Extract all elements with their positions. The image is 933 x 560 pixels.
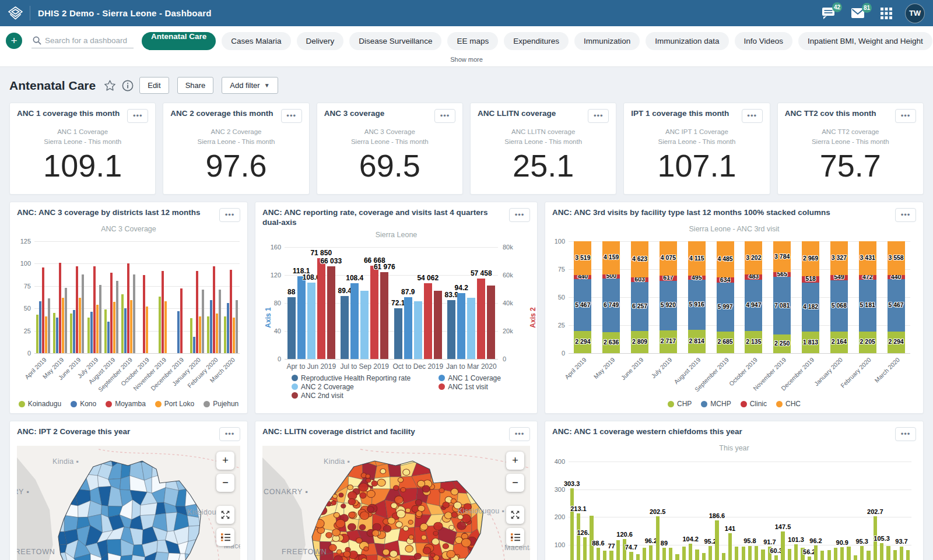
legend-item[interactable]: Pujehun	[204, 400, 238, 408]
legend-item[interactable]: Moyamba	[106, 400, 146, 408]
y-tick-label: 75	[11, 283, 31, 290]
more-options-button[interactable]: •••	[742, 109, 763, 123]
more-options-button[interactable]: •••	[588, 109, 609, 123]
legend-item[interactable]: ANC 1 Coverage	[439, 374, 501, 382]
more-options-button[interactable]: •••	[219, 208, 240, 222]
dashboard-chip[interactable]: Cases Malaria	[222, 32, 290, 50]
subtitle-line-1: ANC TT2 coverage	[778, 127, 923, 137]
segment-value-label: 4 115	[689, 255, 704, 262]
bar	[477, 279, 485, 359]
segment-value-label: 2 636	[604, 339, 619, 346]
map-canvas[interactable]	[17, 446, 240, 560]
map-legend-button[interactable]	[216, 528, 234, 546]
legend-item[interactable]: Koinadugu	[19, 400, 61, 408]
more-options-button[interactable]: •••	[509, 427, 530, 441]
segment-value-label: 2 294	[888, 338, 903, 345]
card-title: ANC 3 coverage	[324, 109, 390, 119]
card-header: ANC TT2 cov this month•••	[778, 103, 923, 123]
y-tick-label: 100	[11, 260, 31, 267]
legend-dot	[701, 401, 707, 407]
zoom-out-button[interactable]: −	[506, 474, 524, 492]
y-tick-label: 40	[261, 327, 281, 334]
more-options-button[interactable]: •••	[895, 427, 916, 441]
legend-item[interactable]: ANC 2 Coverage	[292, 383, 411, 391]
dashboard-chip[interactable]: Delivery	[297, 32, 344, 50]
bar	[669, 548, 672, 560]
bar-value-label: 105.3	[874, 535, 890, 542]
legend-item[interactable]: Reproductive Health Reporting rate	[292, 374, 411, 382]
more-options-button[interactable]: •••	[509, 208, 530, 222]
bar-value-label: 88	[287, 288, 295, 296]
more-options-button[interactable]: •••	[434, 109, 455, 123]
legend-item[interactable]: ANC 1st visit	[439, 383, 501, 391]
bar	[82, 274, 84, 353]
segment-value-label: 5 467	[575, 301, 590, 308]
legend-dot	[292, 392, 298, 399]
show-more-toggle[interactable]: Show more	[0, 55, 933, 67]
map-place-label: Kissidougou ▪	[458, 507, 504, 515]
dashboard-chip[interactable]: Info Videos	[735, 32, 792, 50]
dashboards-bar: + Antenatal CareCases MalariaDeliveryDis…	[0, 26, 933, 55]
zoom-out-button[interactable]: −	[216, 474, 234, 492]
user-avatar[interactable]: TW	[905, 3, 925, 23]
dashboard-chip[interactable]: EE maps	[447, 32, 498, 50]
mail-button[interactable]: 81	[851, 8, 865, 19]
zoom-in-button[interactable]: +	[216, 452, 234, 470]
segment-value-label: 2 250	[774, 340, 790, 347]
apps-menu-button[interactable]	[881, 8, 892, 19]
dual-axis-bar-chart: 04080120160020k40k60k80kAxis 1Axis 28811…	[255, 247, 537, 400]
more-options-button[interactable]: •••	[127, 109, 148, 123]
star-icon[interactable]	[104, 79, 116, 91]
x-tick-label: Jan to Mar 2020	[446, 362, 497, 371]
legend-item[interactable]: Port Loko	[155, 400, 194, 408]
bar	[649, 545, 653, 560]
legend-dot	[439, 375, 445, 381]
edit-button[interactable]: Edit	[139, 77, 169, 94]
y-tick-label: 80	[261, 300, 281, 307]
dashboard-chip[interactable]: Disease Surveillance	[349, 32, 441, 50]
fullscreen-button[interactable]	[216, 506, 234, 524]
bar	[39, 301, 41, 353]
legend-item[interactable]: ANC 2nd visit	[292, 392, 411, 400]
search-input[interactable]	[45, 36, 132, 45]
bar	[808, 557, 811, 560]
share-button[interactable]: Share	[177, 77, 214, 94]
zoom-in-button[interactable]: +	[506, 452, 524, 470]
more-options-button[interactable]: •••	[219, 427, 240, 441]
dashboard-chip[interactable]: Immunization	[574, 32, 640, 50]
dhis2-logo-icon[interactable]	[8, 6, 30, 20]
legend-item[interactable]: CHC	[776, 400, 801, 408]
subtitle-line-2: Sierra Leone - This month	[317, 137, 462, 147]
dashboard-chip[interactable]: Antenatal Care	[142, 32, 216, 50]
legend-item[interactable]: Clinic	[741, 400, 767, 408]
bar	[715, 520, 718, 560]
plot-wrap: 0255075100125	[34, 241, 247, 353]
bar-value-label: 72.1	[391, 299, 405, 307]
legend-item[interactable]: MCHP	[701, 400, 731, 408]
map-legend-button[interactable]	[506, 528, 524, 546]
fullscreen-button[interactable]	[506, 506, 524, 524]
more-options-button[interactable]: •••	[895, 109, 916, 123]
card-header: ANC 2 coverage this month•••	[163, 103, 308, 123]
bar	[820, 551, 824, 560]
legend-item[interactable]: CHP	[668, 400, 692, 408]
dashboard-search[interactable]	[31, 33, 134, 48]
dashboard-chip[interactable]: Inpatient BMI, Weight and Height	[798, 32, 932, 50]
legend-item[interactable]: Kono	[71, 400, 96, 408]
chart-subtitle: ANC 3 Coverage	[10, 225, 247, 233]
new-dashboard-button[interactable]: +	[6, 33, 22, 49]
dashboard-chips: Antenatal CareCases MalariaDeliveryDisea…	[142, 32, 932, 50]
x-tick-label: Apr to Jun 2019	[286, 362, 336, 371]
more-options-button[interactable]: •••	[281, 109, 302, 123]
more-options-button[interactable]: •••	[895, 208, 916, 222]
legend-dot	[668, 401, 674, 407]
map-canvas[interactable]	[262, 446, 530, 560]
info-icon[interactable]	[122, 80, 134, 91]
add-filter-button[interactable]: Add filter ▼	[222, 77, 278, 94]
dashboard-chip[interactable]: Expenditures	[504, 32, 569, 50]
messages-button[interactable]: 42	[822, 7, 835, 19]
bar	[233, 318, 235, 353]
dashboard-chip[interactable]: Immunization data	[646, 32, 728, 50]
panel-anc3-districts: ANC: ANC 3 coverage by districts last 12…	[9, 202, 248, 414]
x-tick-label: August 2019	[672, 356, 701, 385]
